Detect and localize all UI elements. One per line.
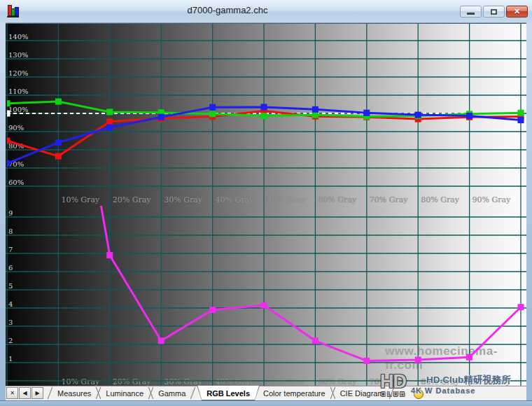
tab-separator	[329, 386, 337, 400]
restore-button[interactable]	[483, 6, 505, 18]
hdclub-logo-hd: HD	[380, 372, 406, 391]
tab-rgb-levels[interactable]: RGB Levels	[197, 386, 260, 400]
tab-separator	[46, 386, 54, 400]
app-window: d7000-gamma2.chc ✕ 140%130%120%110%100%9…	[0, 0, 532, 406]
tab-scroll-left-button[interactable]: ◀	[19, 387, 31, 399]
tab-separator	[94, 386, 102, 400]
hdclub-text-line2: 4K W Database	[411, 386, 475, 395]
close-button[interactable]: ✕	[506, 6, 528, 18]
tab-measures[interactable]: Measures	[54, 386, 94, 400]
tab-separator	[189, 386, 197, 400]
tab-rgb-levels-label: RGB Levels	[197, 386, 260, 400]
hdclub-logo-club: CLUB	[381, 391, 407, 398]
rgb-levels-chart: 140%130%120%110%100%90%80%70%60%98765432…	[6, 23, 526, 386]
tab-close-button[interactable]: ✕	[6, 387, 18, 399]
hdclub-text-line1: HD.Club精研視務所	[426, 374, 511, 386]
minimize-button[interactable]	[460, 6, 482, 18]
restore-icon	[491, 9, 497, 15]
minimize-icon	[467, 13, 475, 15]
title-bar[interactable]: d7000-gamma2.chc ✕	[0, 0, 532, 23]
tab-color-temperature[interactable]: Color temperature	[260, 386, 329, 400]
series-delta-e	[55, 24, 524, 364]
window-frame-right	[526, 22, 532, 400]
tab-separator	[147, 386, 155, 400]
tab-luminance[interactable]: Luminance	[102, 386, 147, 400]
chart-canvas	[6, 24, 526, 386]
close-icon: ✕	[514, 7, 520, 16]
tab-scroll-right-button[interactable]: ▶	[31, 387, 43, 399]
window-frame-bottom	[0, 400, 532, 406]
tab-gamma[interactable]: Gamma	[155, 386, 189, 400]
window-title: d7000-gamma2.chc	[0, 5, 455, 15]
window-frame-left	[0, 22, 6, 400]
